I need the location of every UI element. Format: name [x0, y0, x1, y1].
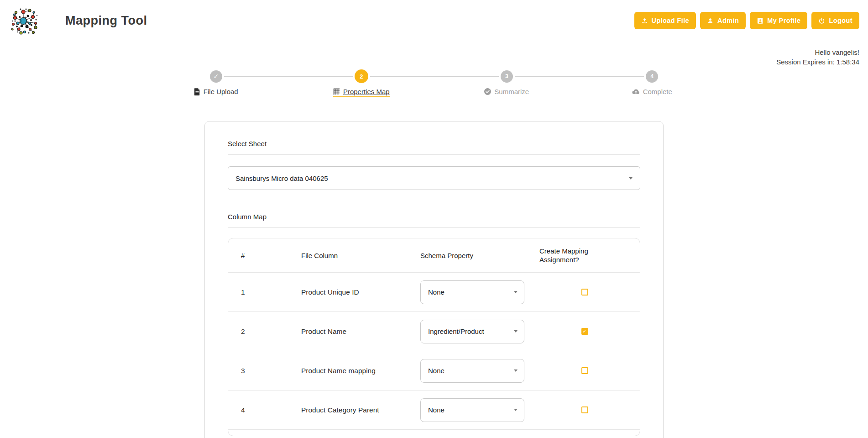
schema-property-select[interactable]: Ingredient/Product — [420, 320, 524, 343]
step-1-label[interactable]: File Upload — [204, 88, 238, 95]
schema-property-value: None — [428, 367, 444, 375]
upload-file-button[interactable]: Upload File — [634, 12, 696, 29]
sheet-select-value: Sainsburys Micro data 040625 — [235, 174, 328, 182]
power-icon — [818, 17, 825, 24]
properties-map-card: Select Sheet Sainsburys Micro data 04062… — [204, 121, 664, 438]
greeting-text: Hello vangelis! — [0, 47, 859, 57]
table-row: 3 Product Name mapping None ✓ — [228, 351, 640, 390]
schema-property-value: Ingredient/Product — [428, 327, 484, 335]
step-3-indicator[interactable]: 3 — [501, 70, 513, 83]
step-1-indicator[interactable]: ✓ — [210, 70, 222, 83]
chevron-down-icon — [514, 330, 518, 332]
schema-property-value: None — [428, 406, 444, 414]
step-complete: 4 Complete — [580, 69, 725, 97]
table-row-partial — [228, 429, 640, 436]
page-title: Mapping Tool — [65, 14, 147, 28]
profile-card-icon — [757, 17, 763, 24]
schema-property-select[interactable]: None — [420, 280, 524, 304]
col-header-file-column: File Column — [288, 252, 409, 259]
sheet-select[interactable]: Sainsburys Micro data 040625 — [228, 166, 640, 190]
step-3-label[interactable]: Summarize — [494, 88, 529, 95]
chevron-down-icon — [514, 409, 518, 411]
chevron-down-icon — [514, 369, 518, 372]
header: Mapping Tool Upload File Admin My Profil… — [0, 0, 868, 41]
table-header-row: # File Column Schema Property Create Map… — [228, 238, 640, 272]
create-mapping-checkbox[interactable]: ✓ — [581, 406, 588, 413]
table-row: 2 Product Name Ingredient/Product ✓ — [228, 311, 640, 351]
row-file-column: Product Name — [288, 327, 409, 336]
col-header-schema-property: Schema Property — [409, 252, 529, 259]
column-map-label: Column Map — [228, 213, 640, 221]
cloud-upload-icon — [632, 89, 640, 95]
select-sheet-label: Select Sheet — [228, 140, 640, 148]
step-file-upload: ✓ File Upload — [143, 69, 289, 97]
check-circle-icon — [484, 88, 491, 95]
divider — [228, 154, 640, 155]
create-mapping-checkbox[interactable]: ✓ — [581, 289, 588, 296]
upload-icon — [641, 17, 648, 24]
admin-button[interactable]: Admin — [700, 12, 746, 29]
row-file-column: Product Category Parent — [288, 406, 409, 414]
person-icon — [707, 17, 714, 24]
column-map-table: # File Column Schema Property Create Map… — [228, 238, 640, 436]
divider — [228, 227, 640, 228]
chevron-down-icon — [514, 291, 518, 293]
my-profile-button[interactable]: My Profile — [750, 12, 807, 29]
step-4-indicator[interactable]: 4 — [646, 70, 658, 83]
row-index: 2 — [228, 327, 288, 336]
schema-property-value: None — [428, 288, 444, 296]
step-2-label[interactable]: Properties Map — [343, 88, 390, 95]
wizard-stepper: ✓ File Upload 2 Properties Map — [143, 69, 725, 97]
row-file-column: Product Name mapping — [288, 367, 409, 375]
chevron-down-icon — [629, 177, 633, 179]
app-logo — [10, 6, 39, 35]
create-mapping-checkbox[interactable]: ✓ — [581, 328, 588, 335]
file-icon — [194, 88, 200, 95]
row-index: 3 — [228, 367, 288, 375]
schema-property-select[interactable]: None — [420, 398, 524, 422]
session-expiry-text: Session Expires in: 1:58:34 — [0, 57, 859, 67]
session-info: Hello vangelis! Session Expires in: 1:58… — [0, 47, 868, 67]
step-summarize: 3 Summarize — [434, 69, 580, 97]
col-header-index: # — [228, 252, 288, 259]
table-grid-icon — [333, 88, 340, 95]
step-properties-map: 2 Properties Map — [289, 69, 434, 97]
table-row: 1 Product Unique ID None ✓ — [228, 272, 640, 311]
header-actions: Upload File Admin My Profile Logout — [634, 12, 859, 29]
row-file-column: Product Unique ID — [288, 288, 409, 296]
row-index: 4 — [228, 406, 288, 414]
row-index: 1 — [228, 288, 288, 296]
schema-property-select[interactable]: None — [420, 359, 524, 383]
logout-button[interactable]: Logout — [811, 12, 859, 29]
step-2-indicator[interactable]: 2 — [355, 69, 368, 83]
col-header-create-mapping: Create Mapping Assignment? — [539, 247, 599, 264]
step-4-label[interactable]: Complete — [643, 88, 672, 95]
create-mapping-checkbox[interactable]: ✓ — [581, 367, 588, 374]
table-row: 4 Product Category Parent None ✓ — [228, 390, 640, 429]
